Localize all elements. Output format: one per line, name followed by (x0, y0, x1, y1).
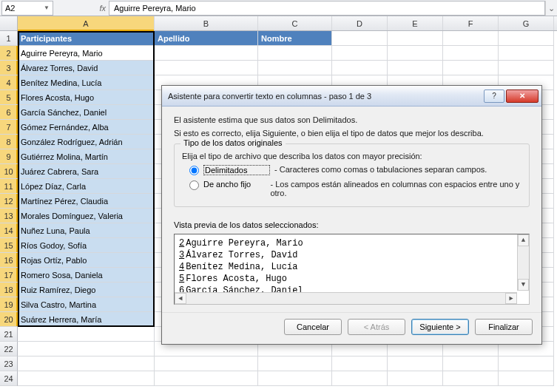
cell-data[interactable]: Flores Acosta, Hugo (18, 90, 155, 105)
row-header[interactable]: 17 (0, 268, 18, 283)
cell-header-participantes[interactable]: Participantes (18, 31, 155, 46)
scroll-right-icon[interactable]: ► (505, 293, 517, 304)
row-header[interactable]: 3 (0, 61, 18, 75)
row-header[interactable]: 24 (0, 371, 18, 386)
cell-empty[interactable] (499, 356, 554, 371)
row-header[interactable]: 4 (0, 75, 18, 90)
cell-data[interactable]: Juárez Cabrera, Sara (18, 164, 155, 179)
row-header[interactable]: 2 (0, 46, 18, 61)
row-header[interactable]: 12 (0, 194, 18, 209)
cell-data[interactable]: Ruiz Ramírez, Diego (18, 283, 155, 297)
row-header[interactable]: 10 (0, 164, 18, 179)
cell-empty[interactable] (18, 371, 155, 386)
radio-delimited-label[interactable]: Delimitados (203, 165, 270, 175)
scroll-left-icon[interactable]: ◄ (175, 293, 186, 304)
cell-empty[interactable] (443, 371, 499, 386)
cell-data[interactable]: Silva Castro, Martina (18, 297, 155, 312)
cell-empty[interactable] (388, 61, 443, 75)
row-header[interactable]: 15 (0, 238, 18, 253)
row-header[interactable]: 13 (0, 209, 18, 223)
cell-empty[interactable] (258, 371, 332, 386)
cell-empty[interactable] (258, 356, 332, 371)
cell-data[interactable]: Morales Domínguez, Valeria (18, 209, 155, 223)
cell-empty[interactable] (258, 46, 332, 61)
cell-empty[interactable] (443, 61, 499, 75)
cell-data[interactable]: Ríos Godoy, Sofía (18, 238, 155, 253)
cell-empty[interactable] (388, 31, 443, 46)
row-header[interactable]: 11 (0, 179, 18, 194)
column-header-G[interactable]: G (499, 16, 554, 30)
cell-data[interactable]: Gutiérrez Molina, Martín (18, 149, 155, 164)
cell-empty[interactable] (18, 356, 155, 371)
row-header[interactable]: 20 (0, 312, 18, 327)
cell-empty[interactable] (499, 31, 554, 46)
radio-delimited[interactable] (189, 166, 199, 175)
row-header[interactable]: 9 (0, 149, 18, 164)
cell-empty[interactable] (332, 61, 388, 75)
name-box[interactable]: A2 ▼ (1, 1, 53, 16)
cell-empty[interactable] (499, 371, 554, 386)
cell-empty[interactable] (332, 46, 388, 61)
row-header[interactable]: 8 (0, 135, 18, 149)
cell-data[interactable]: Suárez Herrera, María (18, 312, 155, 327)
cell-data[interactable]: González Rodríguez, Adrián (18, 135, 155, 149)
cell-data[interactable]: García Sánchez, Daniel (18, 105, 155, 120)
cell-empty[interactable] (388, 371, 443, 386)
cell-empty[interactable] (388, 356, 443, 371)
scroll-up-icon[interactable]: ▲ (518, 234, 529, 246)
cell-data[interactable]: Gómez Fernández, Alba (18, 120, 155, 135)
column-header-E[interactable]: E (388, 16, 443, 30)
row-header[interactable]: 1 (0, 31, 18, 46)
fx-icon[interactable]: fx (99, 4, 106, 13)
dialog-titlebar[interactable]: Asistente para convertir texto en column… (162, 86, 541, 107)
chevron-down-icon[interactable]: ▼ (44, 4, 50, 11)
formula-input[interactable]: Aguirre Pereyra, Mario (109, 1, 545, 16)
cell-data[interactable]: López Díaz, Carla (18, 179, 155, 194)
back-button[interactable]: < Atrás (348, 319, 405, 335)
cell-data[interactable]: Nuñez Luna, Paula (18, 223, 155, 238)
row-header[interactable]: 6 (0, 105, 18, 120)
cell-data[interactable]: Aguirre Pereyra, Mario (18, 46, 155, 61)
column-header-A[interactable]: A (18, 16, 155, 30)
row-header[interactable]: 16 (0, 253, 18, 268)
row-header[interactable]: 23 (0, 356, 18, 371)
cell-empty[interactable] (499, 46, 554, 61)
cancel-button[interactable]: Cancelar (284, 319, 342, 335)
row-header[interactable]: 21 (0, 327, 18, 342)
column-header-C[interactable]: C (258, 16, 332, 30)
cell-empty[interactable] (499, 61, 554, 75)
cell-empty[interactable] (332, 31, 388, 46)
cell-header-nombre[interactable]: Nombre (258, 31, 332, 46)
formula-bar-expand-icon[interactable]: ⌄ (545, 1, 557, 16)
close-button[interactable]: ✕ (506, 89, 539, 103)
cell-data[interactable]: Martínez Pérez, Claudia (18, 194, 155, 209)
cell-data[interactable]: Álvarez Torres, David (18, 61, 155, 75)
cell-data[interactable]: Rojas Ortíz, Pablo (18, 253, 155, 268)
cell-data[interactable]: Romero Sosa, Daniela (18, 268, 155, 283)
cell-empty[interactable] (155, 46, 258, 61)
row-header[interactable]: 22 (0, 342, 18, 356)
row-header[interactable]: 14 (0, 223, 18, 238)
cell-data[interactable]: Benítez Medina, Lucía (18, 75, 155, 90)
column-header-F[interactable]: F (443, 16, 499, 30)
row-header[interactable]: 19 (0, 297, 18, 312)
preview-horizontal-scrollbar[interactable]: ◄ ► (175, 292, 517, 304)
cell-empty[interactable] (18, 327, 155, 342)
cell-empty[interactable] (18, 342, 155, 356)
cell-empty[interactable] (155, 61, 258, 75)
radio-fixed-width-label[interactable]: De ancho fijo (203, 180, 266, 189)
cell-empty[interactable] (443, 31, 499, 46)
cell-empty[interactable] (155, 356, 258, 371)
column-header-B[interactable]: B (155, 16, 258, 30)
cell-empty[interactable] (443, 356, 499, 371)
row-header[interactable]: 18 (0, 283, 18, 297)
column-header-D[interactable]: D (332, 16, 388, 30)
finish-button[interactable]: Finalizar (475, 319, 533, 335)
cell-empty[interactable] (332, 356, 388, 371)
cell-empty[interactable] (443, 46, 499, 61)
cell-empty[interactable] (388, 46, 443, 61)
cell-empty[interactable] (332, 371, 388, 386)
row-header[interactable]: 5 (0, 90, 18, 105)
preview-vertical-scrollbar[interactable]: ▲ ▼ (517, 234, 529, 291)
scroll-down-icon[interactable]: ▼ (518, 279, 529, 291)
